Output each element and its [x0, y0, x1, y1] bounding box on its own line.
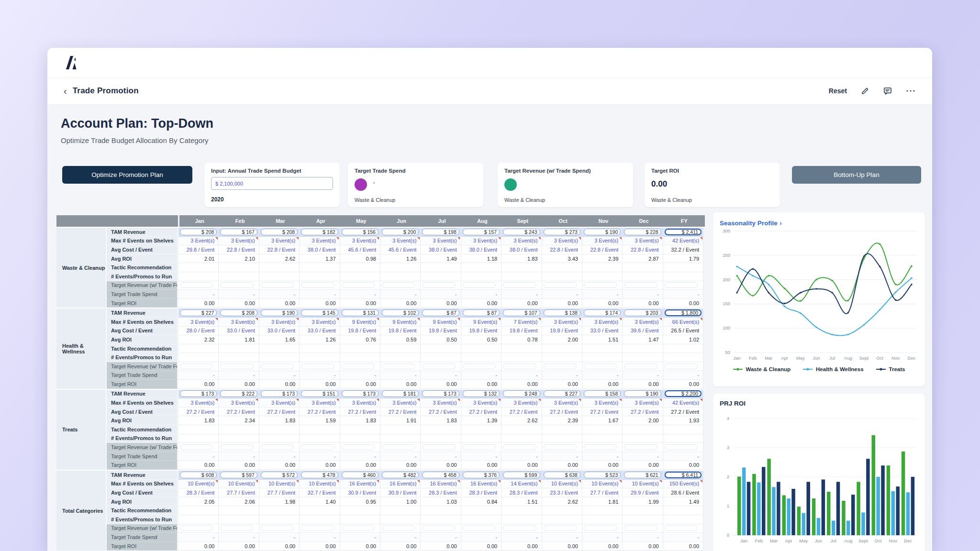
- table-cell[interactable]: [461, 434, 501, 443]
- column-header[interactable]: Sept: [502, 215, 543, 227]
- table-cell[interactable]: 0.00: [623, 542, 663, 551]
- table-cell[interactable]: -: [461, 452, 501, 461]
- table-cell[interactable]: [178, 443, 219, 452]
- table-cell[interactable]: 3 Event(s): [178, 237, 219, 246]
- table-cell[interactable]: [663, 362, 703, 371]
- table-cell[interactable]: [542, 425, 582, 434]
- table-cell[interactable]: 0.00: [300, 542, 340, 551]
- table-cell[interactable]: [259, 281, 300, 290]
- table-cell[interactable]: 3 Event(s): [542, 318, 582, 327]
- table-cell[interactable]: 0.00: [542, 461, 582, 470]
- table-cell[interactable]: $ 621: [623, 471, 663, 480]
- table-cell[interactable]: 38.0 / Event: [421, 245, 461, 254]
- table-cell[interactable]: [663, 281, 703, 290]
- table-cell[interactable]: [663, 443, 703, 452]
- table-cell[interactable]: 45.6 / Event: [340, 245, 380, 254]
- table-cell[interactable]: -: [259, 452, 300, 461]
- back-chevron-icon[interactable]: ‹: [64, 86, 67, 96]
- table-cell[interactable]: 27.7 / Event: [219, 488, 259, 497]
- column-header[interactable]: Mar: [260, 215, 301, 227]
- table-cell[interactable]: [380, 524, 421, 533]
- table-cell[interactable]: [380, 272, 421, 281]
- table-cell[interactable]: [501, 362, 542, 371]
- table-cell[interactable]: [461, 524, 501, 533]
- table-cell[interactable]: 0.50: [461, 335, 501, 344]
- table-cell[interactable]: [623, 281, 663, 290]
- table-cell[interactable]: 0.00: [501, 542, 542, 551]
- table-cell[interactable]: 0.76: [340, 335, 380, 344]
- table-cell[interactable]: 0.00: [623, 299, 663, 308]
- table-cell[interactable]: 0.00: [501, 380, 542, 389]
- table-cell[interactable]: 0.00: [300, 461, 340, 470]
- table-cell[interactable]: 28.0 / Event: [178, 327, 219, 336]
- table-cell[interactable]: 33.0 / Event: [259, 327, 300, 336]
- table-cell[interactable]: -: [259, 371, 300, 380]
- table-cell[interactable]: 3 Event(s): [380, 398, 421, 408]
- table-cell[interactable]: 0.00: [542, 380, 582, 389]
- table-cell[interactable]: -: [340, 290, 380, 299]
- table-cell[interactable]: 66 Event(s): [663, 318, 703, 327]
- table-cell[interactable]: $ 208: [259, 228, 300, 237]
- table-cell[interactable]: [542, 524, 582, 533]
- table-cell[interactable]: 3 Event(s): [461, 237, 501, 246]
- table-cell[interactable]: 0.00: [340, 299, 380, 308]
- table-cell[interactable]: 30.9 / Event: [380, 488, 421, 497]
- table-cell[interactable]: 1.83: [340, 416, 380, 425]
- table-cell[interactable]: 0.00: [259, 461, 300, 470]
- table-cell[interactable]: $ 376: [461, 471, 501, 480]
- table-cell[interactable]: 0.00: [380, 380, 421, 389]
- table-cell[interactable]: [461, 425, 501, 434]
- table-cell[interactable]: $ 167: [219, 228, 259, 237]
- table-cell[interactable]: [542, 263, 582, 272]
- table-cell[interactable]: 0.00: [340, 380, 380, 389]
- table-cell[interactable]: 1.26: [300, 335, 340, 344]
- table-cell[interactable]: [542, 272, 582, 281]
- table-cell[interactable]: 2.39: [582, 254, 623, 264]
- table-cell[interactable]: $ 208: [219, 309, 259, 318]
- table-cell[interactable]: [380, 353, 421, 362]
- table-cell[interactable]: $ 460: [340, 471, 380, 480]
- table-cell[interactable]: 0.00: [582, 380, 623, 389]
- table-cell[interactable]: $ 138: [542, 309, 582, 318]
- table-cell[interactable]: -: [542, 290, 582, 299]
- table-cell[interactable]: $ 2,200: [663, 390, 703, 399]
- table-cell[interactable]: $ 228: [623, 228, 663, 237]
- table-cell[interactable]: [582, 425, 623, 434]
- table-cell[interactable]: 10 Event(s): [178, 480, 219, 489]
- table-cell[interactable]: 1.99: [623, 497, 663, 507]
- table-cell[interactable]: 38.0 / Event: [300, 245, 340, 254]
- table-cell[interactable]: -: [582, 290, 623, 299]
- table-cell[interactable]: [219, 272, 259, 281]
- table-cell[interactable]: [461, 515, 501, 524]
- table-cell[interactable]: $ 190: [582, 228, 623, 237]
- table-cell[interactable]: 42 Event(s): [663, 398, 703, 408]
- table-cell[interactable]: 33.0 / Event: [582, 327, 623, 336]
- table-cell[interactable]: [421, 434, 461, 443]
- table-cell[interactable]: $ 132: [461, 390, 501, 399]
- column-header[interactable]: Dec: [624, 215, 664, 227]
- column-header[interactable]: Jun: [381, 215, 422, 227]
- table-cell[interactable]: [178, 344, 219, 353]
- table-cell[interactable]: 0.00: [663, 542, 703, 551]
- table-cell[interactable]: 22.8 / Event: [542, 245, 582, 254]
- table-cell[interactable]: 3 Event(s): [178, 398, 219, 408]
- table-cell[interactable]: $ 151: [300, 390, 340, 399]
- table-cell[interactable]: 1.03: [421, 497, 461, 507]
- table-cell[interactable]: 0.00: [623, 380, 663, 389]
- table-cell[interactable]: [259, 272, 300, 281]
- table-cell[interactable]: 1.49: [421, 254, 461, 264]
- table-cell[interactable]: [340, 425, 380, 434]
- table-cell[interactable]: 19.8 / Event: [501, 327, 542, 336]
- table-cell[interactable]: [300, 344, 340, 353]
- table-cell[interactable]: 2.39: [542, 416, 582, 425]
- table-cell[interactable]: [582, 515, 623, 524]
- table-cell[interactable]: [501, 443, 542, 452]
- table-cell[interactable]: [300, 425, 340, 434]
- table-cell[interactable]: 27.2 / Event: [300, 408, 340, 417]
- table-cell[interactable]: [582, 263, 623, 272]
- table-cell[interactable]: 19.8 / Event: [421, 327, 461, 336]
- table-cell[interactable]: [461, 353, 501, 362]
- table-cell[interactable]: 3 Event(s): [623, 398, 663, 408]
- table-cell[interactable]: 0.00: [259, 299, 300, 308]
- table-cell[interactable]: $ 156: [340, 228, 380, 237]
